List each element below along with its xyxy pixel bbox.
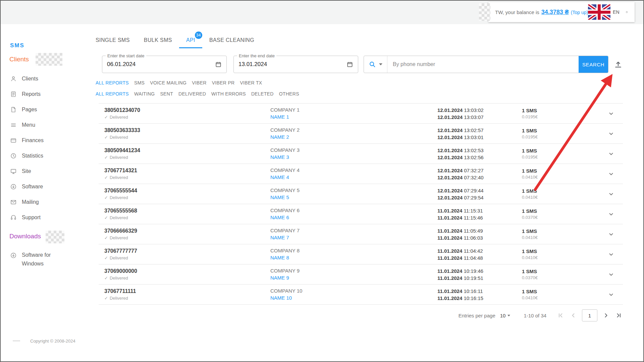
company-name: COMPANY 1 (270, 107, 437, 113)
previous-page-button[interactable] (569, 311, 577, 319)
company-cell: COMPANY 1 NAME 1 (270, 107, 437, 120)
calendar-icon[interactable] (215, 61, 222, 68)
count-cell: 1 SMS 0.0195€ (522, 148, 604, 160)
sender-name-link[interactable]: NAME 1 (270, 114, 289, 120)
delivery-status: ✓ Delivered (104, 296, 270, 301)
status-label: Delivered (110, 255, 128, 260)
sidebar-item-mailing[interactable]: Mailing (0, 194, 96, 210)
chevron-down-icon[interactable] (607, 250, 615, 258)
sidebar-item-statistics[interactable]: Statistics (0, 148, 96, 164)
sender-name-link[interactable]: NAME 10 (270, 295, 292, 301)
search-button[interactable]: SEARCH (579, 56, 608, 73)
phone-number: 380509441234 (104, 147, 270, 154)
start-date-field[interactable]: Enter the start date (102, 56, 227, 73)
chevron-down-icon[interactable] (607, 291, 615, 299)
pagination-controls (556, 309, 623, 321)
report-row: 37066666329 ✓ Delivered COMPANY 7 NAME 7… (99, 224, 623, 244)
logout-button[interactable] (626, 8, 628, 16)
status-filter-sent[interactable]: SENT (160, 91, 173, 97)
topbar: TW, your balance is 34.3783 ₴ (Top up) E… (0, 0, 644, 24)
clock-icon (10, 153, 17, 159)
status-filter-others[interactable]: OTHERS (279, 91, 299, 97)
expand-cell (604, 250, 618, 258)
sidebar-item-clients[interactable]: Clients (0, 71, 96, 86)
export-reports-button[interactable] (613, 60, 623, 69)
mail-icon (10, 199, 17, 205)
entries-per-page-select[interactable]: 10 (500, 313, 511, 318)
sender-name-link[interactable]: NAME 3 (270, 154, 289, 160)
sidebar-item-software-for-windows[interactable]: Software for Windows (10, 251, 80, 268)
sender-name-link[interactable]: NAME 9 (270, 275, 289, 281)
sent-timestamp: 12.01.2024 13:03:02 (437, 107, 522, 114)
filter-sms[interactable]: SMS (134, 80, 145, 85)
delivered-timestamp: 12.01.2024 13:03:07 (437, 114, 522, 121)
filter-all-reports[interactable]: ALL REPORTS (96, 80, 129, 85)
chevron-down-icon[interactable] (607, 210, 615, 218)
first-page-button[interactable] (556, 311, 565, 319)
tab-bulk-sms[interactable]: BULK SMS (137, 33, 179, 48)
chevron-down-icon[interactable] (607, 270, 615, 279)
phone-number: 37065555568 (104, 208, 270, 214)
calendar-icon[interactable] (346, 61, 353, 68)
chevron-down-icon[interactable] (607, 130, 615, 138)
sender-name-link[interactable]: NAME 2 (270, 134, 289, 140)
check-icon: ✓ (104, 195, 108, 200)
last-page-button[interactable] (615, 311, 623, 319)
report-row: 37067777777 ✓ Delivered COMPANY 8 NAME 8… (99, 244, 623, 264)
delivery-status: ✓ Delivered (104, 276, 270, 281)
sidebar-item-reports[interactable]: Reports (0, 86, 96, 102)
delivery-status: ✓ Delivered (104, 195, 270, 200)
filter-viber-pr[interactable]: VIBER PR (212, 80, 235, 85)
next-page-button[interactable] (602, 311, 610, 319)
filter-viber[interactable]: VIBER (192, 80, 207, 85)
count-cell: 1 SMS 0.0370€ (522, 208, 604, 220)
company-name: COMPANY 7 (270, 228, 437, 233)
search-type-dropdown[interactable] (364, 56, 387, 73)
sidebar-item-site[interactable]: Site (0, 164, 96, 179)
end-date-input[interactable] (238, 61, 346, 68)
status-filter-with-errors[interactable]: WITH ERRORS (211, 91, 246, 97)
phone-search-input[interactable] (387, 56, 579, 73)
chevron-down-icon[interactable] (607, 230, 615, 238)
sidebar-item-finances[interactable]: Finances (0, 133, 96, 148)
sidebar-item-software[interactable]: Software (0, 179, 96, 194)
topup-link[interactable]: (Top up) (571, 10, 588, 15)
tab-api[interactable]: API 34 (179, 33, 202, 48)
chevron-down-icon[interactable] (607, 170, 615, 178)
entries-per-page-value: 10 (500, 313, 506, 318)
sidebar-item-menu[interactable]: Menu (0, 117, 96, 133)
language-selector[interactable]: EN (588, 4, 619, 20)
sidebar-item-label: Reports (22, 91, 41, 97)
start-date-input[interactable] (107, 61, 215, 68)
sent-timestamp: 12.01.2024 13:02:57 (437, 127, 522, 134)
sidebar-item-support[interactable]: Support (0, 210, 96, 225)
status-filter-waiting[interactable]: WAITING (134, 91, 155, 97)
status-label: Delivered (110, 215, 128, 220)
end-date-field[interactable]: Enter the end date (233, 56, 358, 73)
current-page-input[interactable] (582, 309, 597, 321)
status-filter-all-reports[interactable]: ALL REPORTS (96, 91, 129, 97)
sender-name-link[interactable]: NAME 4 (270, 174, 289, 180)
chevron-down-icon[interactable] (607, 110, 615, 118)
balance-amount-link[interactable]: 34.3783 ₴ (541, 9, 569, 16)
tab-single-sms[interactable]: SINGLE SMS (96, 33, 137, 48)
delivery-status: ✓ Delivered (104, 155, 270, 160)
sender-name-link[interactable]: NAME 8 (270, 255, 289, 260)
sender-name-link[interactable]: NAME 6 (270, 215, 289, 220)
tab-base-cleaning[interactable]: BASE CLEANING (202, 33, 261, 48)
menu-icon (10, 122, 17, 128)
status-filter-deleted[interactable]: DELETED (251, 91, 274, 97)
check-icon: ✓ (104, 175, 108, 180)
phone-cell: 37066666329 ✓ Delivered (104, 228, 270, 240)
sender-name-link[interactable]: NAME 7 (270, 235, 289, 240)
filter-voice-mailing[interactable]: VOICE MAILING (150, 80, 186, 85)
sidebar-item-pages[interactable]: Pages (0, 102, 96, 117)
card-icon (10, 137, 17, 144)
sender-name-link[interactable]: NAME 5 (270, 194, 289, 200)
chevron-down-icon[interactable] (607, 190, 615, 198)
report-row: 37067711111 ✓ Delivered COMPANY 10 NAME … (99, 284, 623, 304)
phone-cell: 37067711111 ✓ Delivered (104, 288, 270, 301)
filter-viber-tx[interactable]: VIBER TX (240, 80, 262, 85)
chevron-down-icon[interactable] (607, 150, 615, 158)
status-filter-delivered[interactable]: DELIVERED (178, 91, 206, 97)
